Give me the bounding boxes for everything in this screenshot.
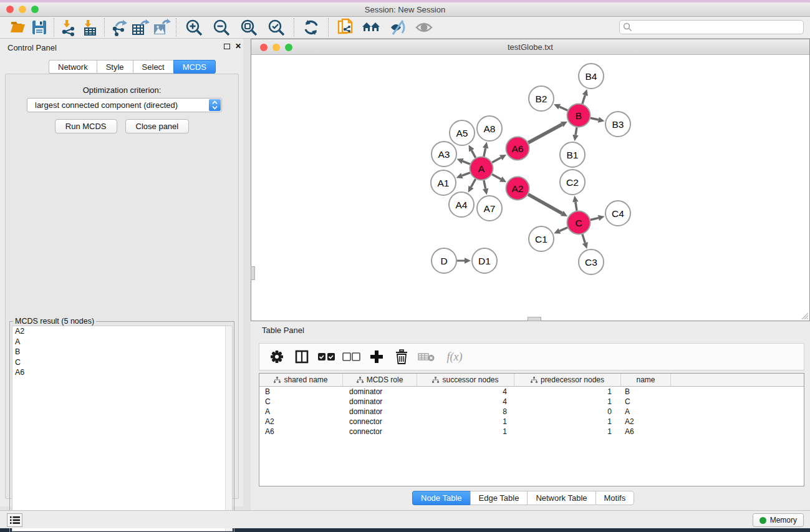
graph-edge[interactable]	[492, 158, 501, 163]
table-cell[interactable]: A	[621, 407, 671, 416]
graph-edge[interactable]	[576, 127, 577, 135]
graph-edge[interactable]	[528, 195, 562, 214]
export-image-icon[interactable]	[151, 18, 172, 37]
control-panel-float-icon[interactable]	[224, 44, 230, 49]
table-cell[interactable]: 8	[417, 407, 514, 416]
tab-network-table[interactable]: Network Table	[527, 491, 595, 505]
mcds-result-item[interactable]: C	[12, 357, 232, 368]
graph-edge[interactable]	[462, 173, 470, 176]
mcds-result-item[interactable]: B	[12, 347, 232, 357]
column-header-predecessor-nodes[interactable]: predecessor nodes	[514, 374, 621, 386]
splitter-grip-left[interactable]	[251, 266, 255, 280]
table-cell[interactable]: C	[621, 397, 671, 406]
export-table-icon[interactable]	[130, 18, 151, 37]
mcds-result-item[interactable]: A6	[12, 367, 232, 378]
function-builder-icon[interactable]: f(x)	[440, 346, 469, 368]
graph-edge[interactable]	[576, 202, 577, 211]
zoom-in-icon[interactable]	[180, 18, 208, 37]
table-cell[interactable]: dominator	[343, 387, 417, 396]
graph-edge[interactable]	[492, 174, 501, 179]
save-session-icon[interactable]	[29, 18, 50, 37]
tab-mcds[interactable]: MCDS	[173, 60, 216, 74]
graph-edge[interactable]	[484, 180, 486, 189]
mcds-list-scrollbar[interactable]	[225, 326, 232, 531]
table-row[interactable]: Bdominator41B	[259, 387, 804, 397]
network-canvas[interactable]: AA1A2A3A4A5A6A7A8BB1B2B3B4CC1C2C3C4DD1	[251, 55, 809, 321]
mcds-result-list[interactable]: A2ABCA6	[12, 326, 233, 531]
table-cell[interactable]: A6	[259, 427, 343, 436]
column-visibility-icon[interactable]	[291, 346, 313, 368]
column-header-successor-nodes[interactable]: successor nodes	[417, 374, 514, 386]
graph-edge[interactable]	[471, 179, 475, 187]
import-table-icon[interactable]	[79, 18, 100, 37]
show-all-networks-icon[interactable]	[359, 18, 385, 37]
table-cell[interactable]: 1	[514, 427, 621, 436]
table-cell[interactable]: A	[259, 407, 343, 416]
memory-button[interactable]: Memory	[753, 513, 804, 527]
graph-edge[interactable]	[591, 118, 599, 120]
close-panel-button[interactable]: Close panel	[125, 119, 190, 133]
tab-style[interactable]: Style	[97, 60, 133, 74]
table-cell[interactable]: B	[259, 387, 343, 396]
task-history-button[interactable]	[7, 513, 22, 527]
tab-motifs[interactable]: Motifs	[595, 491, 635, 505]
zoom-fit-icon[interactable]	[235, 18, 263, 37]
duplicate-network-icon[interactable]	[332, 18, 359, 37]
table-row[interactable]: Cdominator41C	[259, 397, 804, 407]
graph-edge[interactable]	[582, 95, 585, 104]
graph-edge[interactable]	[591, 218, 599, 220]
export-network-icon[interactable]	[108, 18, 130, 37]
tab-edge-table[interactable]: Edge Table	[470, 491, 528, 505]
table-cell[interactable]: B	[621, 387, 671, 396]
resize-grip-icon[interactable]	[799, 311, 808, 319]
graph-edge[interactable]	[559, 107, 567, 110]
mcds-result-item[interactable]: A2	[12, 326, 232, 337]
table-cell[interactable]: 1	[514, 397, 621, 406]
table-cell[interactable]: A2	[259, 417, 343, 426]
table-cell[interactable]: 1	[417, 417, 514, 426]
graph-edge[interactable]	[528, 125, 562, 143]
zoom-out-icon[interactable]	[208, 18, 235, 37]
run-mcds-button[interactable]: Run MCDS	[55, 119, 117, 133]
import-network-icon[interactable]	[58, 18, 79, 37]
table-cell[interactable]: 1	[514, 417, 621, 426]
tab-select[interactable]: Select	[133, 60, 173, 74]
table-cell[interactable]: connector	[343, 427, 417, 436]
table-cell[interactable]: 1	[514, 387, 621, 396]
settings-gear-icon[interactable]	[266, 346, 288, 368]
table-cell[interactable]: 4	[417, 387, 514, 396]
table-cell[interactable]: 4	[417, 397, 514, 406]
control-panel-close-icon[interactable]: ✕	[235, 42, 241, 51]
network-window-titlebar[interactable]: testGlobe.txt	[251, 39, 809, 55]
graph-edge[interactable]	[582, 235, 585, 243]
table-cell[interactable]: dominator	[343, 407, 417, 416]
graph-edge[interactable]	[484, 148, 486, 157]
table-cell[interactable]: C	[259, 397, 343, 406]
graph-edge[interactable]	[471, 150, 475, 158]
refresh-icon[interactable]	[298, 18, 324, 37]
delete-table-icon[interactable]	[415, 346, 438, 368]
column-header-mcds-role[interactable]: MCDS role	[343, 374, 417, 386]
zoom-selected-icon[interactable]	[263, 18, 290, 37]
select-all-icon[interactable]	[316, 346, 338, 368]
unselect-all-icon[interactable]	[340, 346, 363, 368]
graph-edge[interactable]	[463, 161, 470, 164]
tab-network[interactable]: Network	[49, 60, 97, 74]
column-header-name[interactable]: name	[621, 374, 671, 386]
table-row[interactable]: Adominator80A	[259, 407, 804, 417]
tab-node-table[interactable]: Node Table	[412, 491, 470, 505]
table-cell[interactable]: connector	[343, 417, 417, 426]
column-header-shared-name[interactable]: shared name	[259, 374, 343, 386]
table-row[interactable]: A6connector11A6	[259, 427, 804, 437]
splitter-grip-bottom[interactable]	[528, 317, 541, 321]
search-input[interactable]	[619, 20, 804, 34]
table-row[interactable]: A2connector11A2	[259, 417, 804, 427]
table-cell[interactable]: 0	[514, 407, 621, 416]
delete-row-icon[interactable]	[390, 346, 413, 368]
table-cell[interactable]: A6	[621, 427, 671, 436]
show-graphics-icon[interactable]	[411, 18, 437, 37]
add-row-icon[interactable]	[365, 346, 388, 368]
mcds-result-item[interactable]: A	[12, 337, 232, 347]
hide-graphics-icon[interactable]	[385, 18, 411, 37]
graph-edge[interactable]	[559, 228, 567, 231]
